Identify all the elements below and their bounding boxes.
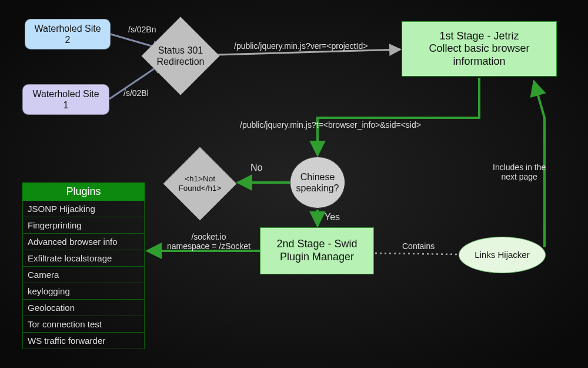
node-label: 1st Stage - JetrizCollect basic browseri…	[429, 30, 529, 68]
edge-s2-ell	[375, 253, 457, 254]
node-label: Links Hijacker	[475, 250, 529, 260]
node-label: 2nd Stage - SwidPlugin Manager	[276, 238, 357, 263]
node-decision-chinese-speaking: Chinesespeaking?	[290, 157, 345, 208]
node-waterholed-site-1: Waterholed Site1	[22, 84, 109, 115]
plugins-header: Plugins	[22, 183, 145, 201]
plugins-row: Camera	[22, 267, 145, 283]
node-label: <h1>NotFound</h1>	[168, 174, 232, 193]
edge-label-no: No	[250, 163, 262, 173]
edge-label-yes: Yes	[325, 212, 340, 223]
plugins-row: Geolocation	[22, 300, 145, 316]
edge-label-wh1-d1: /s/02Bl	[123, 88, 149, 98]
edge-label-contains: Contains	[402, 241, 435, 251]
plugins-row: keylogging	[22, 283, 145, 300]
plugins-row: Tor connection test	[22, 316, 145, 333]
node-label: Waterholed Site1	[32, 88, 99, 111]
node-waterholed-site-2: Waterholed Site2	[25, 19, 111, 49]
edge-label-d1-s1: /public/jquery.min.js?ver=<projectId>	[234, 41, 368, 51]
plugins-row: JSONP Hijacking	[22, 201, 145, 217]
edge-label-s1-dec: /public/jquery.min.js?t=<browser_info>&s…	[240, 120, 421, 130]
node-links-hijacker: Links Hijacker	[459, 237, 546, 273]
node-status-301-redirection: Status 301Redirection	[153, 28, 208, 84]
plugins-row: Advanced browser info	[22, 234, 145, 250]
node-label: Status 301Redirection	[145, 45, 216, 67]
node-stage-2-swid: 2nd Stage - SwidPlugin Manager	[260, 227, 374, 274]
node-not-found: <h1>NotFound</h1>	[174, 158, 226, 210]
edge-label-includes: Includes in thenext page	[493, 163, 546, 181]
edge-label-s2-plug: /socket.ionamespace = /zSocket	[167, 232, 250, 251]
node-label: Waterholed Site2	[34, 23, 101, 45]
plugins-row: Exfiltrate localstorage	[22, 250, 145, 267]
node-label: Chinesespeaking?	[296, 171, 339, 194]
plugins-row: WS traffic forwarder	[22, 333, 145, 349]
edge-s1-dec	[318, 78, 479, 155]
plugins-table: Plugins JSONP Hijacking Fingerprinting A…	[22, 183, 145, 349]
node-stage-1-jetriz: 1st Stage - JetrizCollect basic browseri…	[402, 21, 557, 77]
edge-label-wh2-d1: /s/02Bn	[128, 25, 156, 34]
plugins-row: Fingerprinting	[22, 217, 145, 234]
